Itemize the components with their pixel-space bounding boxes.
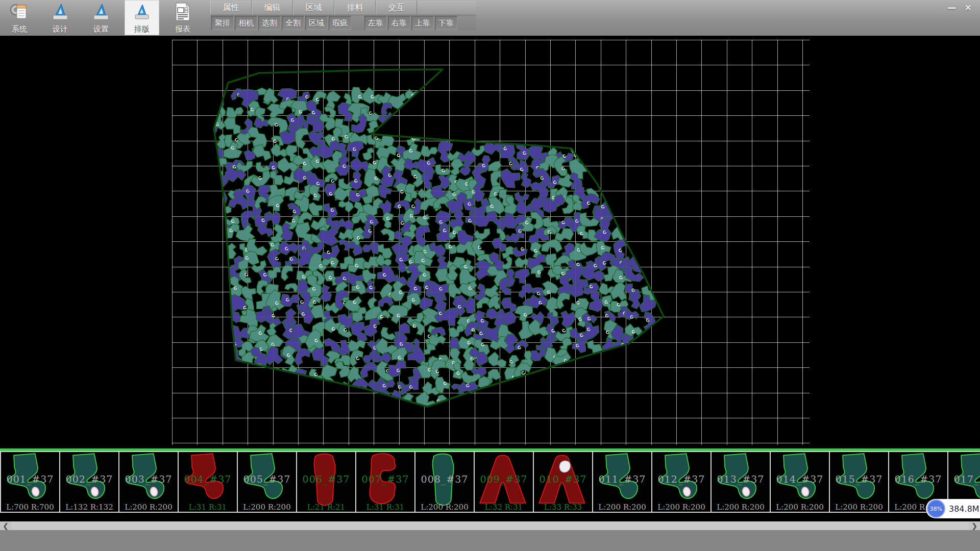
piece-id-label: 009_#37 [475,473,533,485]
tool-button-10[interactable]: 下靠 [435,16,457,30]
tool-button-1[interactable]: 聚排 [211,16,234,30]
main-button-5[interactable]: 报表 [165,0,200,35]
piece-lr-count-label: L:200 R:200 [830,503,888,512]
memory-usage-label: 384.8M [949,504,979,514]
main-button-bar: 系统设计设置排版报表 [2,0,200,36]
tool-button-5[interactable]: 区域 [305,16,328,30]
thumbnail-cell-5[interactable]: 005_#37L:200 R:200 [237,451,297,513]
piece-id-label: 012_#37 [652,473,710,485]
tool-button-6[interactable]: 瑕疵 [329,16,351,30]
thumbnail-cell-9[interactable]: 009_#37L:32 R:31 [474,451,534,513]
thumbnail-cell-8[interactable]: 008_#37L:200 R:200 [414,451,475,513]
piece-id-label: 004_#37 [179,473,237,485]
menu-tab-row: 属性编辑区域排料交互 [210,1,476,15]
piece-lr-count-label: L:31 R:31 [179,503,237,512]
design-ruler-icon [50,2,71,22]
thumbnail-cell-13[interactable]: 013_#37L:200 R:200 [710,451,771,513]
piece-id-label: 017_#37 [948,473,980,485]
main-button-label: 报表 [175,24,190,34]
scroll-right-button[interactable]: ❯ [969,521,980,530]
thumbnail-cell-2[interactable]: 002_#37L:132 R:132 [59,451,119,513]
piece-id-label: 006_#37 [297,473,355,485]
piece-lr-count-label: L:32 R:31 [475,503,533,512]
tool-button-row: 聚排相机选割全割区域瑕疵左靠右靠上靠下靠 [210,15,476,31]
progress-percent-badge: 38% [927,499,945,518]
tool-button-7[interactable]: 左靠 [364,16,387,30]
thumbnail-cell-10[interactable]: 010_#37L:33 R:33 [533,451,593,513]
system-gear-icon [9,2,30,22]
menu-tab-2[interactable]: 编辑 [252,1,293,15]
window-footer [0,530,980,551]
thumbnail-cell-7[interactable]: 007_#37L:31 R:31 [355,451,415,513]
piece-id-label: 008_#37 [415,473,474,485]
main-button-label: 设置 [93,24,109,34]
top-toolbar: 系统设计设置排版报表 属性编辑区域排料交互 聚排相机选割全割区域瑕疵左靠右靠上靠… [0,0,980,36]
status-badge: 38% 384.8M [926,499,980,518]
nesting-canvas[interactable] [0,36,980,449]
thumbnail-cell-4[interactable]: 004_#37L:31 R:31 [178,451,238,513]
scroll-left-button[interactable]: ❮ [0,521,11,530]
main-button-2[interactable]: 设计 [43,0,78,35]
piece-id-label: 013_#37 [712,473,770,485]
tool-button-2[interactable]: 相机 [235,16,257,30]
main-button-label: 排版 [134,24,150,34]
horizontal-scrollbar[interactable]: ❮ ❯ [0,521,980,530]
menu-tab-4[interactable]: 排料 [334,1,376,15]
close-button[interactable]: ✕ [961,1,975,14]
piece-id-label: 010_#37 [534,473,592,485]
main-button-4[interactable]: 排版 [125,0,159,35]
thumbnail-cell-14[interactable]: 014_#37L:200 R:200 [770,451,830,513]
window-controls: — ✕ [945,1,975,14]
piece-id-label: 005_#37 [238,473,296,485]
thumbnail-cell-11[interactable]: 011_#37L:200 R:200 [592,451,652,513]
minimize-button[interactable]: — [945,1,959,14]
piece-lr-count-label: L:200 R:200 [238,503,296,512]
piece-lr-count-label: L:132 R:132 [60,503,118,512]
main-button-label: 系统 [12,24,27,34]
thumbnail-cell-1[interactable]: 001_#37L:700 R:700 [0,451,60,513]
layout-ruler-icon [131,2,153,22]
piece-lr-count-label: L:31 R:31 [356,503,414,512]
piece-id-label: 011_#37 [593,473,651,485]
piece-id-label: 016_#37 [889,473,947,485]
piece-id-label: 001_#37 [1,473,59,485]
settings-ruler-icon [90,2,112,22]
menu-tab-5[interactable]: 交互 [376,1,417,15]
tool-button-8[interactable]: 右靠 [388,16,410,30]
piece-id-label: 007_#37 [356,473,414,485]
main-button-3[interactable]: 设置 [84,0,118,35]
piece-lr-count-label: L:200 R:200 [652,503,710,512]
piece-id-label: 015_#37 [830,473,888,485]
thumbnail-cell-6[interactable]: 006_#37L:21 R:21 [296,451,356,513]
thumbnail-cell-3[interactable]: 003_#37L:200 R:200 [118,451,179,513]
piece-lr-count-label: L:33 R:33 [534,503,592,512]
piece-id-label: 014_#37 [771,473,829,485]
nesting-view [0,36,980,449]
piece-id-label: 003_#37 [119,473,178,485]
piece-lr-count-label: L:200 R:200 [593,503,651,512]
piece-id-label: 002_#37 [60,473,118,485]
piece-lr-count-label: L:200 R:200 [712,503,770,512]
piece-lr-count-label: L:21 R:21 [297,503,355,512]
thumbnail-cells: 001_#37L:700 R:700002_#37L:132 R:132003_… [1,451,980,513]
thumbnail-cell-15[interactable]: 015_#37L:200 R:200 [829,451,889,513]
thumbnail-strip: 001_#37L:700 R:700002_#37L:132 R:132003_… [0,448,980,521]
menu-tab-3[interactable]: 区域 [293,1,334,15]
tool-button-4[interactable]: 全割 [282,16,304,30]
ribbon: 属性编辑区域排料交互 聚排相机选割全割区域瑕疵左靠右靠上靠下靠 [210,0,476,31]
piece-lr-count-label: L:200 R:200 [415,503,474,512]
thumbnail-cell-12[interactable]: 012_#37L:200 R:200 [651,451,712,513]
piece-lr-count-label: L:200 R:200 [771,503,829,512]
tool-button-3[interactable]: 选割 [258,16,281,30]
main-button-label: 设计 [53,24,68,34]
tool-button-9[interactable]: 上靠 [411,16,434,30]
report-doc-icon [172,2,193,22]
menu-tab-1[interactable]: 属性 [210,1,252,15]
main-button-1[interactable]: 系统 [2,0,37,35]
piece-lr-count-label: L:200 R:200 [119,503,178,512]
piece-lr-count-label: L:700 R:700 [1,503,59,512]
app-window: { "window": { "minimize_label": "—", "cl… [0,0,980,551]
